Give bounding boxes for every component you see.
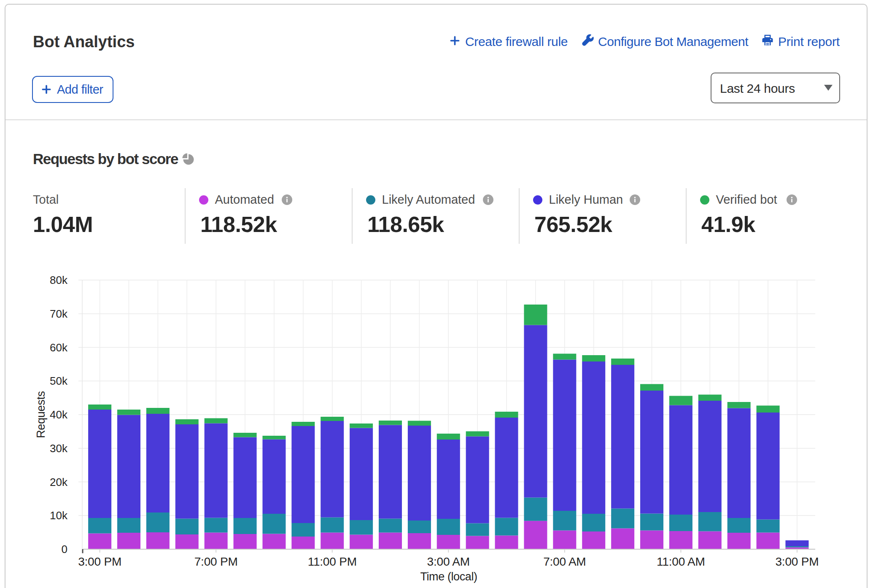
svg-text:70k: 70k — [50, 307, 68, 320]
svg-text:60k: 60k — [50, 341, 68, 354]
svg-text:20k: 20k — [50, 476, 68, 488]
svg-text:80k: 80k — [50, 274, 68, 286]
svg-text:0: 0 — [62, 543, 67, 556]
svg-text:11:00 PM: 11:00 PM — [308, 555, 357, 568]
svg-text:3:00 PM: 3:00 PM — [776, 555, 819, 568]
svg-text:40k: 40k — [50, 408, 68, 421]
svg-text:11:00 AM: 11:00 AM — [657, 555, 705, 568]
svg-text:50k: 50k — [50, 375, 68, 387]
svg-text:3:00 PM: 3:00 PM — [78, 555, 121, 568]
svg-text:7:00 PM: 7:00 PM — [194, 555, 238, 568]
svg-text:10k: 10k — [50, 509, 68, 522]
svg-text:Requests: Requests — [35, 391, 47, 438]
svg-text:7:00 AM: 7:00 AM — [543, 555, 586, 568]
svg-text:30k: 30k — [50, 442, 68, 455]
svg-text:Time (local): Time (local) — [420, 570, 477, 583]
svg-text:3:00 AM: 3:00 AM — [427, 555, 470, 568]
